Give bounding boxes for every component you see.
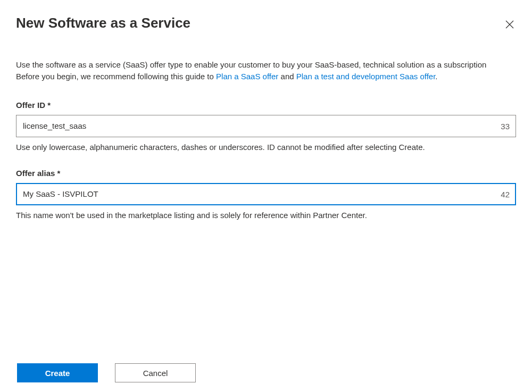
create-button[interactable]: Create <box>17 363 98 382</box>
offer-id-label: Offer ID * <box>16 101 516 110</box>
offer-id-help-text: Use only lowercase, alphanumeric charact… <box>16 141 516 153</box>
offer-id-field-group: Offer ID * 33 Use only lowercase, alphan… <box>16 101 516 153</box>
offer-alias-input-wrapper: 42 <box>16 183 516 205</box>
cancel-button[interactable]: Cancel <box>115 363 196 382</box>
offer-alias-label: Offer alias * <box>16 169 516 178</box>
description-line2-mid: and <box>278 72 296 81</box>
plan-test-dev-offer-link[interactable]: Plan a test and development Saas offer <box>296 72 436 81</box>
offer-alias-input[interactable] <box>16 183 516 205</box>
dialog-header: New Software as a Service <box>16 15 516 31</box>
offer-alias-field-group: Offer alias * 42 This name won't be used… <box>16 169 516 221</box>
offer-id-input[interactable] <box>16 115 516 137</box>
offer-id-input-wrapper: 33 <box>16 115 516 137</box>
plan-saas-offer-link[interactable]: Plan a SaaS offer <box>216 72 278 81</box>
close-button[interactable] <box>503 18 516 31</box>
description-line2-prefix: Before you begin, we recommend following… <box>16 72 216 81</box>
close-icon <box>505 20 514 29</box>
dialog-description: Use the software as a service (SaaS) off… <box>16 59 516 82</box>
dialog-title: New Software as a Service <box>16 15 190 31</box>
description-line1: Use the software as a service (SaaS) off… <box>16 60 486 69</box>
offer-alias-help-text: This name won't be used in the marketpla… <box>16 210 516 221</box>
dialog-footer: Create Cancel <box>17 363 196 382</box>
description-line2-suffix: . <box>435 72 437 81</box>
